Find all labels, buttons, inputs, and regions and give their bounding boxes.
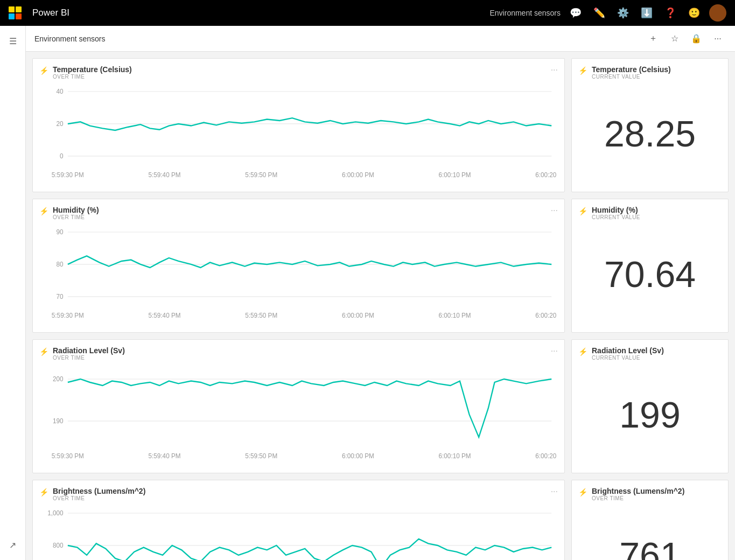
bolt-icon: ⚡ bbox=[578, 66, 587, 75]
svg-text:6:00:00 PM: 6:00:00 PM bbox=[342, 312, 374, 319]
radiation-over-time-title: Radiation Level (Sv) bbox=[53, 346, 125, 355]
main-content: Environment sensors ＋ ☆ 🔒 ··· ⚡ Temperat… bbox=[26, 26, 735, 560]
comment-icon[interactable]: 💬 bbox=[565, 2, 586, 24]
card-header: ⚡ Brightness (Lumens/m^2) OVER TIME bbox=[578, 487, 722, 501]
temp-current-card: ⚡ Temperature (Celsius) CURRENT VALUE 28… bbox=[571, 58, 729, 192]
main-layout: ☰ ↗ Environment sensors ＋ ☆ 🔒 ··· ⚡ Te bbox=[0, 26, 735, 560]
radiation-current-card: ⚡ Radiation Level (Sv) CURRENT VALUE 199 bbox=[571, 339, 729, 473]
card-more-icon[interactable]: ··· bbox=[551, 206, 558, 215]
card-header: ⚡ Humidity (%) OVER TIME ··· bbox=[39, 206, 558, 220]
menu-icon[interactable]: ☰ bbox=[2, 30, 24, 52]
temp-current-subtitle: CURRENT VALUE bbox=[592, 74, 671, 80]
svg-text:5:59:30 PM: 5:59:30 PM bbox=[52, 171, 84, 179]
brightness-current-subtitle: OVER TIME bbox=[592, 495, 684, 501]
svg-text:40: 40 bbox=[57, 87, 64, 95]
favorite-icon[interactable]: ☆ bbox=[666, 30, 683, 47]
card-header: ⚡ Temperature (Celsius) CURRENT VALUE bbox=[578, 65, 722, 80]
card-header: ⚡ Humidity (%) CURRENT VALUE bbox=[578, 206, 722, 220]
svg-text:1,000: 1,000 bbox=[47, 509, 64, 516]
nav-page-title: Environment sensors bbox=[489, 9, 561, 17]
help-icon[interactable]: ❓ bbox=[660, 2, 681, 24]
svg-text:6:00:20 PM: 6:00:20 PM bbox=[535, 171, 558, 179]
card-more-icon[interactable]: ··· bbox=[551, 487, 558, 496]
card-more-icon[interactable]: ··· bbox=[551, 346, 558, 356]
card-header: ⚡ Brightness (Lumens/m^2) OVER TIME ··· bbox=[39, 487, 558, 501]
sub-header: Environment sensors ＋ ☆ 🔒 ··· bbox=[26, 26, 735, 52]
humidity-current-title: Humidity (%) bbox=[592, 206, 640, 214]
humidity-over-time-card: ⚡ Humidity (%) OVER TIME ··· 90 80 70 bbox=[32, 199, 565, 333]
humidity-current-card: ⚡ Humidity (%) CURRENT VALUE 70.64 bbox=[571, 199, 729, 333]
svg-text:5:59:40 PM: 5:59:40 PM bbox=[149, 312, 181, 319]
svg-text:0: 0 bbox=[60, 152, 64, 159]
bolt-icon: ⚡ bbox=[39, 488, 48, 496]
svg-text:6:00:00 PM: 6:00:00 PM bbox=[342, 452, 374, 460]
svg-text:6:00:00 PM: 6:00:00 PM bbox=[342, 171, 374, 179]
bolt-icon: ⚡ bbox=[578, 488, 587, 496]
avatar[interactable] bbox=[707, 2, 729, 24]
svg-text:90: 90 bbox=[57, 228, 64, 235]
card-header: ⚡ Radiation Level (Sv) OVER TIME ··· bbox=[39, 346, 558, 361]
radiation-chart: 200 190 5:59:30 PM 5:59:40 PM 5:59:50 PM… bbox=[39, 363, 558, 466]
radiation-current-subtitle: CURRENT VALUE bbox=[592, 355, 664, 361]
download-icon[interactable]: ⬇️ bbox=[636, 2, 657, 24]
svg-text:20: 20 bbox=[57, 120, 64, 127]
temp-over-time-title: Temperature (Celsius) bbox=[53, 65, 132, 74]
external-link-icon[interactable]: ↗ bbox=[2, 534, 24, 556]
app-name: Power BI bbox=[32, 8, 485, 18]
card-more-icon[interactable]: ··· bbox=[551, 65, 558, 75]
temp-value: 28.25 bbox=[578, 82, 722, 185]
waffle-icon[interactable] bbox=[6, 4, 24, 22]
svg-text:70: 70 bbox=[57, 292, 64, 300]
svg-text:6:00:10 PM: 6:00:10 PM bbox=[439, 312, 471, 319]
bolt-icon: ⚡ bbox=[39, 347, 48, 356]
svg-text:5:59:50 PM: 5:59:50 PM bbox=[245, 312, 277, 319]
svg-text:5:59:50 PM: 5:59:50 PM bbox=[245, 452, 277, 460]
svg-text:190: 190 bbox=[53, 417, 64, 424]
report-title: Environment sensors bbox=[34, 34, 106, 43]
sub-actions: ＋ ☆ 🔒 ··· bbox=[645, 30, 726, 47]
bolt-icon: ⚡ bbox=[578, 207, 587, 215]
bolt-icon: ⚡ bbox=[39, 66, 48, 75]
radiation-over-time-subtitle: OVER TIME bbox=[53, 355, 125, 361]
svg-text:200: 200 bbox=[53, 375, 64, 382]
humidity-over-time-title: Humidity (%) bbox=[53, 206, 99, 214]
svg-text:5:59:40 PM: 5:59:40 PM bbox=[149, 452, 181, 460]
temp-chart: 40 20 0 5:59:30 PM 5:59:40 PM 5:59:50 PM… bbox=[39, 82, 558, 185]
radiation-value: 199 bbox=[578, 363, 722, 466]
more-options-icon[interactable]: ··· bbox=[709, 30, 726, 47]
svg-text:6:00:20 PM: 6:00:20 PM bbox=[535, 452, 558, 460]
bolt-icon: ⚡ bbox=[39, 207, 48, 215]
brightness-over-time-title: Brightness (Lumens/m^2) bbox=[53, 487, 145, 495]
svg-text:5:59:30 PM: 5:59:30 PM bbox=[52, 312, 84, 319]
svg-text:6:00:10 PM: 6:00:10 PM bbox=[439, 171, 471, 179]
sidebar: ☰ ↗ bbox=[0, 26, 26, 560]
humidity-value: 70.64 bbox=[578, 222, 722, 326]
add-button[interactable]: ＋ bbox=[645, 30, 662, 47]
bolt-icon: ⚡ bbox=[578, 347, 587, 356]
humidity-over-time-subtitle: OVER TIME bbox=[53, 214, 99, 220]
svg-text:800: 800 bbox=[53, 541, 64, 549]
card-header: ⚡ Temperature (Celsius) OVER TIME ··· bbox=[39, 65, 558, 80]
temp-over-time-card: ⚡ Temperature (Celsius) OVER TIME ··· bbox=[32, 58, 565, 192]
edit-icon[interactable]: ✏️ bbox=[589, 2, 610, 24]
radiation-over-time-card: ⚡ Radiation Level (Sv) OVER TIME ··· 200… bbox=[32, 339, 565, 473]
svg-text:5:59:30 PM: 5:59:30 PM bbox=[52, 452, 84, 460]
brightness-current-card: ⚡ Brightness (Lumens/m^2) OVER TIME 761 bbox=[571, 480, 729, 560]
svg-text:5:59:40 PM: 5:59:40 PM bbox=[149, 171, 181, 179]
brightness-over-time-subtitle: OVER TIME bbox=[53, 495, 145, 501]
top-nav: Power BI Environment sensors 💬 ✏️ ⚙️ ⬇️ … bbox=[0, 0, 735, 26]
svg-text:6:00:20 PM: 6:00:20 PM bbox=[535, 312, 558, 319]
smiley-icon[interactable]: 🙂 bbox=[683, 2, 705, 24]
lock-icon[interactable]: 🔒 bbox=[688, 30, 705, 47]
humidity-current-subtitle: CURRENT VALUE bbox=[592, 214, 640, 220]
brightness-chart: 1,000 800 600 5:59:30 PM 5:59:40 PM 5:59… bbox=[39, 503, 558, 560]
brightness-current-title: Brightness (Lumens/m^2) bbox=[592, 487, 684, 495]
brightness-over-time-card: ⚡ Brightness (Lumens/m^2) OVER TIME ··· … bbox=[32, 480, 565, 560]
dashboard: ⚡ Temperature (Celsius) OVER TIME ··· bbox=[26, 52, 735, 560]
settings-icon[interactable]: ⚙️ bbox=[612, 2, 634, 24]
radiation-current-title: Radiation Level (Sv) bbox=[592, 346, 664, 355]
brightness-value: 761 bbox=[578, 503, 722, 560]
temp-current-title: Temperature (Celsius) bbox=[592, 65, 671, 74]
humidity-chart: 90 80 70 5:59:30 PM 5:59:40 PM 5:59:50 P… bbox=[39, 222, 558, 326]
card-header: ⚡ Radiation Level (Sv) CURRENT VALUE bbox=[578, 346, 722, 361]
